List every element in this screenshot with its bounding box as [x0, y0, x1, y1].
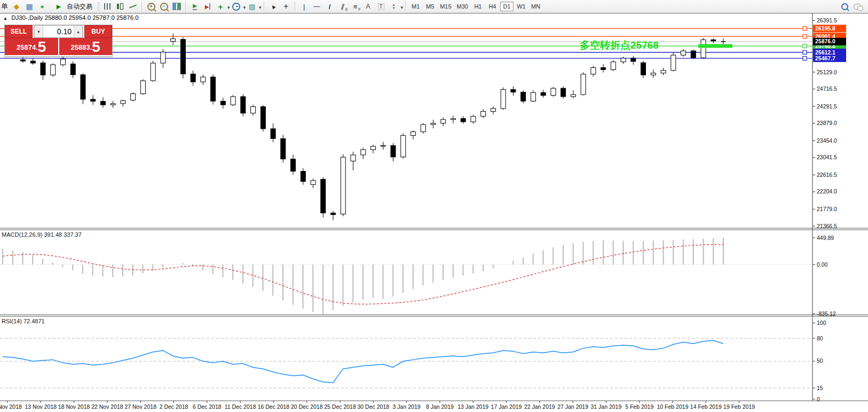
chart-annotation: 多空转折点25768: [580, 38, 659, 52]
toolbar-separator: [141, 2, 143, 11]
toolbar: 单 自动交易: [0, 0, 868, 13]
periods-icon[interactable]: [230, 1, 243, 12]
mt4-window: 单 自动交易: [0, 0, 868, 412]
highlight-segment: [698, 44, 732, 48]
timeframe-buttons: M1M5M15M30H1H4D1W1MN: [408, 2, 543, 11]
tile-windows-icon[interactable]: [170, 1, 183, 12]
collapse-icon[interactable]: ▲: [3, 16, 7, 21]
autotrading-label: 自动交易: [67, 2, 92, 11]
timeframe-button-m15[interactable]: M15: [438, 2, 453, 11]
text-tool-icon[interactable]: [362, 1, 375, 12]
svg-text:22 Nov 2018: 22 Nov 2018: [91, 403, 123, 410]
trendline-tool-icon[interactable]: [323, 1, 336, 12]
svg-text:0: 0: [817, 396, 820, 402]
svg-text:23041.5: 23041.5: [817, 154, 837, 160]
timeframe-button-d1[interactable]: D1: [500, 2, 514, 11]
crosshair-icon[interactable]: [280, 1, 293, 12]
buy-button[interactable]: BUY: [84, 25, 112, 38]
buy-price-big: 5: [92, 40, 100, 54]
rsi-label: RSI(14) 72.4871: [2, 318, 45, 324]
svg-text:10 Feb 2019: 10 Feb 2019: [657, 403, 689, 410]
svg-text:25467.7: 25467.7: [815, 55, 835, 61]
svg-text:24291.5: 24291.5: [817, 103, 837, 110]
cursor-icon[interactable]: [267, 1, 280, 12]
svg-text:80: 80: [817, 335, 823, 341]
buy-price-main: 25883.: [71, 42, 92, 53]
svg-text:25129.0: 25129.0: [817, 69, 837, 75]
svg-text:30 Dec 2018: 30 Dec 2018: [358, 403, 390, 410]
toolbar-separator: [185, 2, 186, 11]
chart-frame: [0, 13, 868, 401]
search-icon[interactable]: [838, 1, 851, 12]
sell-price[interactable]: 25874.5: [5, 38, 58, 55]
chart-shift-icon[interactable]: [201, 1, 214, 12]
zoom-in-icon[interactable]: [145, 1, 157, 12]
svg-text:14 Feb 2019: 14 Feb 2019: [690, 403, 722, 410]
volume-increase-button[interactable]: ▲: [74, 26, 83, 37]
svg-text:21779.0: 21779.0: [817, 206, 837, 212]
autotrading-button[interactable]: 自动交易: [50, 1, 95, 12]
toolbar-separator: [405, 2, 406, 11]
auto-scroll-icon[interactable]: [188, 1, 201, 12]
timeframe-button-w1[interactable]: W1: [515, 2, 528, 11]
price-row: 25874.5 25883.5: [5, 38, 112, 55]
svg-text:25876.0: 25876.0: [815, 38, 835, 44]
svg-text:16 Dec 2018: 16 Dec 2018: [258, 403, 290, 410]
macd-axis: 449.890.00-835.12: [812, 235, 836, 317]
text-label-tool-icon[interactable]: [375, 1, 388, 12]
bar-chart-mode-icon[interactable]: [101, 1, 114, 12]
sell-button[interactable]: SELL: [5, 25, 33, 38]
svg-text:8 Jan 2019: 8 Jan 2019: [426, 403, 454, 410]
svg-text:5 Feb 2019: 5 Feb 2019: [625, 403, 653, 410]
svg-text:21366.5: 21366.5: [817, 223, 837, 229]
price-badges: 26195.826001.425768.825612.125467.725876…: [813, 25, 846, 62]
timeframe-button-h1[interactable]: H1: [471, 2, 485, 11]
svg-text:23879.0: 23879.0: [817, 120, 837, 126]
chat-icon[interactable]: [851, 1, 864, 12]
templates-dropdown-caret[interactable]: [258, 2, 262, 11]
horizontal-line-tool-icon[interactable]: [311, 1, 323, 12]
timeframe-button-m5[interactable]: M5: [423, 2, 437, 11]
svg-text:449.89: 449.89: [817, 235, 834, 241]
svg-text:18 Nov 2018: 18 Nov 2018: [58, 403, 90, 410]
arrows-dropdown-caret[interactable]: [400, 2, 404, 11]
timeframe-button-h4[interactable]: H4: [486, 2, 499, 11]
data-window-icon[interactable]: [23, 1, 36, 12]
line-chart-mode-icon[interactable]: [127, 1, 139, 12]
volume-spinner: ▼ ▲: [34, 25, 83, 38]
svg-text:50: 50: [817, 357, 823, 364]
toolbar-grip[interactable]: [97, 2, 100, 11]
zoom-out-icon[interactable]: [157, 1, 170, 12]
vertical-line-tool-icon[interactable]: [298, 1, 311, 12]
svg-text:13 Nov 2018: 13 Nov 2018: [25, 403, 57, 410]
svg-text:0.00: 0.00: [817, 261, 828, 268]
buy-price[interactable]: 25883.5: [59, 38, 113, 55]
chart-title: ▲ DJ30-,Daily 25880.0 25954.0 25787.0 25…: [3, 14, 139, 21]
volume-input[interactable]: [43, 27, 74, 36]
fibonacci-tool-icon[interactable]: [349, 1, 362, 12]
svg-text:13 Jan 2019: 13 Jan 2019: [457, 403, 488, 410]
timeframe-button-mn[interactable]: MN: [529, 2, 542, 11]
svg-text:2 Dec 2018: 2 Dec 2018: [160, 403, 188, 410]
volume-decrease-button[interactable]: ▼: [34, 26, 43, 37]
signals-icon[interactable]: [36, 1, 49, 12]
arrows-tool-icon[interactable]: [388, 1, 400, 12]
new-order-button[interactable]: 单: [1, 2, 8, 11]
svg-text:26391.5: 26391.5: [817, 17, 837, 24]
svg-text:20 Dec 2018: 20 Dec 2018: [291, 403, 323, 410]
sell-price-big: 5: [38, 40, 46, 54]
candlestick-mode-icon[interactable]: [114, 1, 127, 12]
channel-tool-icon[interactable]: [336, 1, 349, 12]
market-watch-icon[interactable]: [10, 1, 23, 12]
svg-text:19 Feb 2019: 19 Feb 2019: [723, 403, 755, 410]
candles-layer: [21, 34, 726, 220]
timeframe-button-m1[interactable]: M1: [409, 2, 422, 11]
one-click-trading-panel: SELL ▼ ▲ BUY 25874.5 25883.5: [4, 25, 113, 57]
timeframe-button-m30[interactable]: M30: [455, 2, 470, 11]
chart-symbol: DJ30-,Daily: [11, 14, 43, 21]
indicators-icon[interactable]: [214, 1, 227, 12]
autotrading-icon: [52, 1, 65, 12]
svg-text:100: 100: [817, 320, 826, 326]
templates-icon[interactable]: [246, 1, 258, 12]
svg-text:22204.0: 22204.0: [817, 188, 837, 195]
